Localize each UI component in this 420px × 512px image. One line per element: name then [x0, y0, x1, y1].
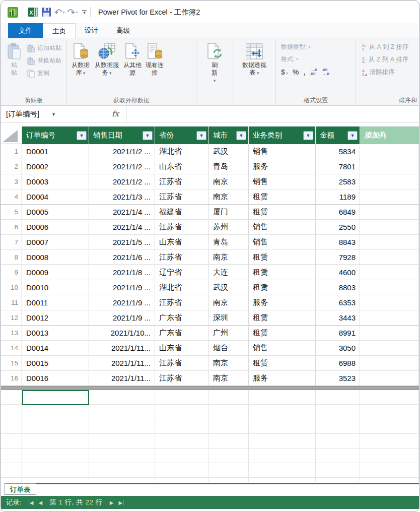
empty-cell[interactable] [22, 419, 89, 434]
empty-cell[interactable] [22, 405, 89, 419]
cell-order-id[interactable]: D0005 [22, 205, 89, 220]
cell-order-id[interactable]: D0016 [22, 371, 89, 386]
cell-add-column[interactable] [360, 295, 419, 310]
sort-a-to-z-button[interactable]: A↓Z 从 A 到 Z 排序 [362, 41, 409, 53]
cell-add-column[interactable] [360, 174, 419, 189]
cell-order-id[interactable]: D0001 [22, 144, 89, 159]
replace-paste-button[interactable]: 替换粘贴 [25, 54, 63, 67]
row-number[interactable]: 14 [1, 341, 22, 356]
undo-icon[interactable]: ↶▾ [53, 6, 66, 19]
cell-city[interactable]: 烟台 [209, 341, 249, 356]
horizontal-splitter[interactable] [1, 386, 419, 390]
empty-cell[interactable] [22, 463, 89, 478]
empty-cell[interactable] [89, 405, 155, 419]
row-number[interactable]: 16 [1, 371, 22, 386]
row-number[interactable]: 3 [1, 174, 22, 189]
cell-amount[interactable]: 3050 [316, 341, 360, 356]
quick-access-customize-icon[interactable]: ▾ [82, 10, 87, 14]
cell-sale-date[interactable]: 2021/1/9 ... [89, 310, 155, 326]
cell-add-column[interactable] [360, 205, 419, 220]
cell-add-column[interactable] [360, 250, 419, 265]
tab-file[interactable]: 文件 [8, 23, 43, 38]
empty-cell[interactable] [316, 419, 360, 434]
cell-sale-date[interactable]: 2021/1/11... [89, 371, 155, 386]
cell-city[interactable]: 大连 [209, 265, 249, 280]
cell-city[interactable]: 青岛 [209, 235, 249, 250]
empty-cell[interactable] [249, 463, 316, 478]
cell-order-id[interactable]: D0011 [22, 295, 89, 310]
cell-sale-date[interactable]: 2021/1/4 ... [89, 205, 155, 220]
cell-order-id[interactable]: D0007 [22, 235, 89, 250]
sheet-tab-orders[interactable]: 订单表 [5, 483, 36, 495]
column-header-order-id[interactable]: 订单编号 ▼ [22, 126, 89, 144]
cell-amount[interactable]: 6353 [316, 295, 360, 310]
empty-cell[interactable] [316, 463, 360, 478]
cell-sale-date[interactable]: 2021/1/10... [89, 326, 155, 341]
cell-amount[interactable]: 5834 [316, 144, 360, 159]
cell-add-column[interactable] [360, 189, 419, 205]
empty-cell[interactable] [209, 463, 249, 478]
row-number[interactable]: 6 [1, 220, 22, 235]
from-database-button[interactable]: 从数据库 ▾ [69, 40, 92, 77]
cell-amount[interactable]: 1189 [316, 189, 360, 205]
dropdown-arrow-icon[interactable]: ▾ [308, 45, 310, 49]
empty-cell[interactable] [89, 434, 155, 449]
pivot-table-button[interactable]: 数据透视表 ▾ [240, 40, 269, 77]
cell-sale-date[interactable]: 2021/1/9 ... [89, 280, 155, 295]
column-header-amount[interactable]: 金额 ▼ [316, 126, 360, 144]
cell-sale-date[interactable]: 2021/1/11... [89, 341, 155, 356]
row-number[interactable]: 15 [1, 356, 22, 371]
last-record-icon[interactable]: ▶ [119, 500, 124, 505]
clear-sort-button[interactable]: AZ◢ 清除排序 [362, 66, 409, 79]
filter-dropdown-icon[interactable]: ▼ [196, 131, 206, 140]
empty-cell[interactable] [249, 449, 316, 463]
cell-province[interactable]: 辽宁省 [155, 265, 209, 280]
column-header-city[interactable]: 城市 ▼ [209, 126, 249, 144]
empty-cell[interactable] [209, 405, 249, 419]
cell-sale-date[interactable]: 2021/1/5 ... [89, 235, 155, 250]
cell-amount[interactable]: 6849 [316, 205, 360, 220]
cell-amount[interactable]: 6988 [316, 356, 360, 371]
cell-province[interactable]: 湖北省 [155, 144, 209, 159]
cell-city[interactable]: 南京 [209, 371, 249, 386]
filter-dropdown-icon[interactable]: ▼ [347, 131, 358, 140]
cell-city[interactable]: 南京 [209, 174, 249, 189]
empty-cell[interactable] [316, 449, 360, 463]
empty-cell[interactable] [316, 478, 360, 482]
previous-record-icon[interactable]: ◀ [38, 500, 42, 505]
cell-province[interactable]: 江苏省 [155, 250, 209, 265]
cell-city[interactable]: 南京 [209, 295, 249, 310]
cell-order-id[interactable]: D0004 [22, 189, 89, 205]
cell-sale-date[interactable]: 2021/1/2 ... [89, 174, 155, 189]
empty-cell[interactable] [209, 390, 249, 405]
cell-business-type[interactable]: 销售 [249, 174, 316, 189]
cell-add-column[interactable] [360, 144, 419, 159]
cell-business-type[interactable]: 销售 [249, 220, 316, 235]
filter-dropdown-icon[interactable]: ▼ [303, 131, 313, 140]
cell-business-type[interactable]: 租赁 [249, 356, 316, 371]
add-column-header[interactable]: 添加列 [360, 126, 419, 144]
row-number[interactable]: 10 [1, 280, 22, 295]
dropdown-arrow-icon[interactable]: ▾ [296, 57, 298, 61]
cell-amount[interactable]: 7801 [316, 159, 360, 174]
cell-order-id[interactable]: D0012 [22, 310, 89, 326]
cell-province[interactable]: 江苏省 [155, 371, 209, 386]
cell-sale-date[interactable]: 2021/1/9 ... [89, 295, 155, 310]
cell-sale-date[interactable]: 2021/1/11... [89, 356, 155, 371]
empty-cell[interactable] [360, 419, 419, 434]
cell-province[interactable]: 山东省 [155, 159, 209, 174]
cell-business-type[interactable]: 销售 [249, 144, 316, 159]
cell-business-type[interactable]: 租赁 [249, 265, 316, 280]
empty-cell[interactable] [360, 405, 419, 419]
next-record-icon[interactable]: ▶ [110, 500, 114, 505]
tab-advanced[interactable]: 高级 [107, 23, 139, 38]
name-box-dropdown-icon[interactable]: ▾ [52, 111, 55, 117]
cell-add-column[interactable] [360, 220, 419, 235]
excel-switch-icon[interactable]: X [27, 6, 40, 19]
cell-sale-date[interactable]: 2021/1/6 ... [89, 250, 155, 265]
tab-home[interactable]: 主页 [43, 23, 76, 38]
empty-cell[interactable] [22, 449, 89, 463]
column-header-province[interactable]: 省份 ▼ [155, 126, 209, 144]
empty-cell[interactable] [89, 419, 155, 434]
row-number[interactable]: 1 [1, 144, 22, 159]
